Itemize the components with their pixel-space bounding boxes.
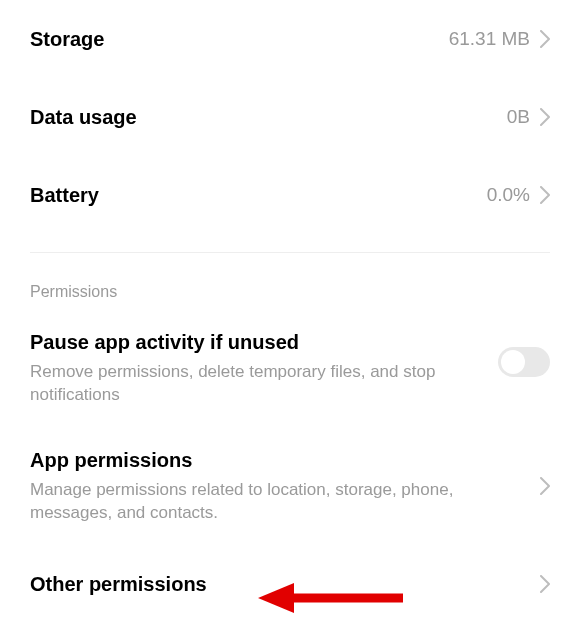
battery-value: 0.0% — [487, 184, 530, 206]
storage-label: Storage — [30, 26, 449, 52]
other-permissions-row[interactable]: Other permissions — [30, 545, 550, 623]
storage-value: 61.31 MB — [449, 28, 530, 50]
data-usage-label: Data usage — [30, 104, 507, 130]
pause-app-activity-subtitle: Remove permissions, delete temporary fil… — [30, 361, 498, 407]
battery-label: Battery — [30, 182, 487, 208]
chevron-right-icon — [540, 30, 550, 48]
pause-app-activity-row[interactable]: Pause app activity if unused Remove perm… — [30, 309, 550, 427]
chevron-right-icon — [540, 108, 550, 126]
section-divider — [30, 252, 550, 253]
pause-app-activity-label: Pause app activity if unused — [30, 329, 498, 355]
chevron-right-icon — [540, 477, 550, 495]
other-permissions-label: Other permissions — [30, 571, 540, 597]
pause-app-activity-toggle[interactable] — [498, 347, 550, 377]
app-permissions-subtitle: Manage permissions related to location, … — [30, 479, 540, 525]
app-permissions-row[interactable]: App permissions Manage permissions relat… — [30, 427, 550, 545]
chevron-right-icon — [540, 575, 550, 593]
chevron-right-icon — [540, 186, 550, 204]
battery-row[interactable]: Battery 0.0% — [30, 156, 550, 234]
data-usage-row[interactable]: Data usage 0B — [30, 78, 550, 156]
toggle-knob — [501, 350, 525, 374]
storage-row[interactable]: Storage 61.31 MB — [30, 0, 550, 78]
app-permissions-label: App permissions — [30, 447, 540, 473]
permissions-section-header: Permissions — [30, 263, 550, 309]
data-usage-value: 0B — [507, 106, 530, 128]
